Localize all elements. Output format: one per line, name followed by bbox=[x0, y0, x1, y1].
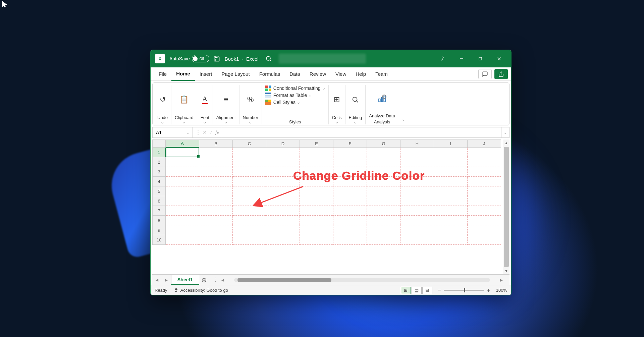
scroll-up-icon[interactable]: ▲ bbox=[503, 139, 509, 146]
page-layout-view-button[interactable]: ▤ bbox=[412, 287, 422, 294]
add-sheet-button[interactable]: ⊕ bbox=[199, 276, 209, 284]
row-header-1[interactable]: 1 bbox=[152, 148, 166, 157]
col-header-i[interactable]: I bbox=[434, 139, 468, 148]
svg-rect-13 bbox=[265, 100, 268, 102]
zoom-out-button[interactable]: − bbox=[438, 287, 441, 294]
fx-icon[interactable]: fx bbox=[215, 130, 219, 135]
expand-formula-button[interactable]: ⌵ bbox=[501, 127, 509, 137]
svg-rect-10 bbox=[265, 93, 271, 94]
collapse-ribbon-button[interactable]: ⌵ bbox=[398, 85, 409, 124]
table-icon bbox=[265, 93, 271, 98]
ribbon-alignment-group[interactable]: ≡ Alignment ⌵ bbox=[213, 85, 239, 124]
share-button[interactable] bbox=[494, 69, 508, 79]
minimize-button[interactable] bbox=[452, 50, 471, 67]
tab-team[interactable]: Team bbox=[371, 67, 392, 81]
format-as-table-button[interactable]: Format as Table ⌵ bbox=[265, 93, 325, 98]
row-header-2[interactable]: 2 bbox=[152, 157, 166, 167]
row-header-8[interactable]: 8 bbox=[152, 216, 166, 225]
ribbon-analysis-group[interactable]: Analyze Data Analysis bbox=[366, 85, 398, 124]
svg-rect-15 bbox=[265, 102, 271, 105]
svg-line-17 bbox=[357, 101, 358, 103]
row-header-7[interactable]: 7 bbox=[152, 206, 166, 216]
row-header-9[interactable]: 9 bbox=[152, 225, 166, 235]
ribbon-font-group[interactable]: A Font ⌵ bbox=[197, 85, 213, 124]
ribbon-cells-group[interactable]: ⊞ Cells ⌵ bbox=[329, 85, 345, 124]
col-header-c[interactable]: C bbox=[233, 139, 266, 148]
ribbon-tabs: File Home Insert Page Layout Formulas Da… bbox=[151, 67, 511, 81]
col-header-g[interactable]: G bbox=[367, 139, 400, 148]
status-accessibility[interactable]: Accessibility: Good to go bbox=[180, 288, 228, 293]
tab-review[interactable]: Review bbox=[305, 67, 331, 81]
svg-rect-9 bbox=[269, 89, 271, 91]
page-break-view-button[interactable]: ⊟ bbox=[422, 287, 432, 294]
row-header-10[interactable]: 10 bbox=[152, 235, 166, 245]
chevron-down-icon: ⌵ bbox=[204, 120, 206, 124]
tab-data[interactable]: Data bbox=[285, 67, 305, 81]
autosave-state: Off bbox=[200, 57, 204, 61]
cells-area[interactable]: Change Gridline Color bbox=[166, 148, 503, 274]
enter-formula-icon[interactable]: ✓ bbox=[209, 129, 213, 135]
title-bar[interactable]: X AutoSave Off Book1 - Excel bbox=[151, 50, 511, 67]
sheet-tab-1[interactable]: Sheet1 bbox=[171, 275, 199, 285]
hscroll-right-icon[interactable]: ► bbox=[497, 277, 506, 283]
formula-input[interactable] bbox=[222, 127, 501, 137]
col-header-j[interactable]: J bbox=[468, 139, 501, 148]
col-header-e[interactable]: E bbox=[300, 139, 333, 148]
zoom-slider[interactable] bbox=[444, 290, 484, 291]
alignment-icon: ≡ bbox=[224, 95, 228, 104]
search-icon[interactable] bbox=[265, 55, 272, 62]
autosave-toggle[interactable]: Off bbox=[192, 55, 209, 62]
row-header-4[interactable]: 4 bbox=[152, 177, 166, 186]
horizontal-scrollbar[interactable] bbox=[234, 278, 490, 282]
account-area[interactable] bbox=[279, 54, 366, 64]
name-box[interactable]: A1 ⌵ bbox=[153, 127, 193, 137]
cell-styles-icon bbox=[265, 100, 271, 105]
tab-divider-icon[interactable]: ⋮ bbox=[213, 277, 218, 283]
ribbon-number-group[interactable]: % Number ⌵ bbox=[239, 85, 262, 124]
svg-rect-11 bbox=[265, 95, 271, 96]
tab-home[interactable]: Home bbox=[171, 67, 195, 81]
ribbon-clipboard-group[interactable]: 📋 Clipboard ⌵ bbox=[171, 85, 197, 124]
hscroll-left-icon[interactable]: ◄ bbox=[218, 277, 227, 283]
ribbon-editing-group[interactable]: Editing ⌵ bbox=[345, 85, 366, 124]
chevron-down-icon: ⌵ bbox=[249, 120, 252, 124]
status-ready: Ready bbox=[155, 288, 167, 293]
excel-logo-icon: X bbox=[155, 54, 165, 63]
col-header-d[interactable]: D bbox=[266, 139, 300, 148]
tab-help[interactable]: Help bbox=[351, 67, 371, 81]
col-header-a[interactable]: A bbox=[166, 139, 199, 148]
cancel-formula-icon[interactable]: ✕ bbox=[203, 129, 207, 135]
accessibility-icon bbox=[173, 288, 179, 293]
tab-file[interactable]: File bbox=[154, 67, 171, 81]
maximize-button[interactable] bbox=[471, 50, 490, 67]
row-header-6[interactable]: 6 bbox=[152, 196, 166, 206]
prev-sheet-icon[interactable]: ◄ bbox=[152, 277, 162, 283]
editing-icon bbox=[352, 96, 359, 103]
coming-soon-icon[interactable] bbox=[433, 50, 452, 67]
vertical-scrollbar[interactable]: ▲ ▼ bbox=[503, 139, 509, 274]
close-button[interactable] bbox=[490, 50, 508, 67]
tab-view[interactable]: View bbox=[331, 67, 351, 81]
row-header-5[interactable]: 5 bbox=[152, 186, 166, 196]
comments-button[interactable] bbox=[478, 69, 492, 79]
conditional-formatting-button[interactable]: Conditional Formatting ⌵ bbox=[265, 86, 325, 91]
zoom-in-button[interactable]: + bbox=[487, 287, 490, 293]
select-all-corner[interactable] bbox=[152, 139, 166, 148]
tab-insert[interactable]: Insert bbox=[195, 67, 217, 81]
zoom-level[interactable]: 100% bbox=[496, 288, 507, 293]
cell-styles-button[interactable]: Cell Styles ⌵ bbox=[265, 100, 325, 105]
col-header-b[interactable]: B bbox=[199, 139, 233, 148]
ribbon-undo-group[interactable]: ↺ Undo ⌵ bbox=[154, 85, 171, 124]
row-header-3[interactable]: 3 bbox=[152, 167, 166, 177]
save-icon[interactable] bbox=[213, 55, 220, 62]
col-header-h[interactable]: H bbox=[400, 139, 434, 148]
svg-rect-18 bbox=[379, 99, 380, 102]
normal-view-button[interactable]: ⊞ bbox=[401, 287, 411, 294]
scroll-down-icon[interactable]: ▼ bbox=[503, 268, 509, 274]
col-header-f[interactable]: F bbox=[333, 139, 367, 148]
tab-formulas[interactable]: Formulas bbox=[255, 67, 285, 81]
next-sheet-icon[interactable]: ► bbox=[162, 277, 171, 283]
scroll-thumb[interactable] bbox=[504, 147, 509, 267]
tab-page-layout[interactable]: Page Layout bbox=[217, 67, 254, 81]
options-icon[interactable]: ⋮ bbox=[196, 129, 201, 135]
